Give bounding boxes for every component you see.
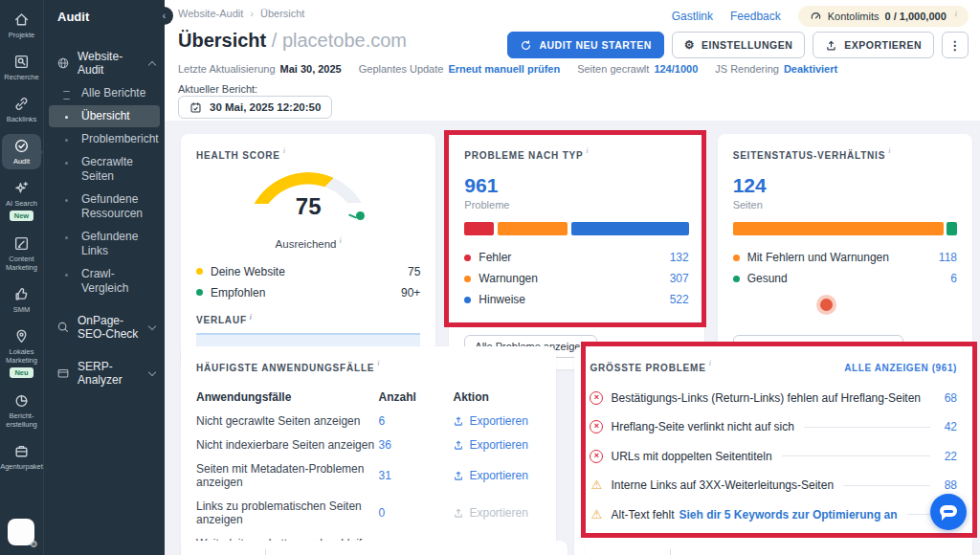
rail-item-content-marketing[interactable]: Content Marketing [2,232,41,276]
health-score-label: HEALTH SCORE [196,150,280,161]
warning-icon: ⚠ [590,508,603,522]
yellow-dot [196,268,203,275]
issue-count-link[interactable]: 88 [940,478,957,492]
scheduled-update-link[interactable]: Erneut manuell prüfen [448,63,560,75]
rail-item-audit[interactable]: Audit [2,134,41,169]
issue-count-link[interactable]: 42 [940,420,957,433]
use-cases-table: Anwendungsfälle Anzahl Aktion Nicht gecr… [196,385,541,555]
subnav-item-gefundene-links[interactable]: Gefundene Links [49,226,160,262]
export-link[interactable]: Exportieren [453,469,541,482]
subnav-item-gecrawlte-seiten[interactable]: Gecrawlte Seiten [49,151,160,188]
health-legend: Deine Website 75 Empfohlen 90+ [196,261,420,303]
rail-item-recherche[interactable]: Recherche [2,50,41,85]
map-pin-icon [13,328,30,344]
subnav-item-gefundene-ressourcen[interactable]: Gefundene Ressourcen [49,189,160,225]
export-link[interactable]: Exportieren [453,414,541,428]
healthy-count-link[interactable]: 6 [950,272,957,285]
subnav-group-onpage-seo-check[interactable]: OnPage-SEO-Check [44,309,165,346]
issue-link[interactable]: Interne Links auf 3XX-Weiterleitungs-Sei… [611,478,834,492]
subnav-group-serp-analyzer[interactable]: SERP-Analyzer [44,355,165,392]
healthy-pages-segment[interactable] [947,222,957,235]
issue-row: × URLs mit doppelten Seitentiteln 22 [590,450,957,463]
info-icon[interactable] [952,10,957,23]
main-nav-rail: Projekte Recherche Backlinks Audit AI Se… [0,0,43,555]
breadcrumb-uebersicht[interactable]: Übersicht [260,8,304,19]
export-link[interactable]: Exportieren [453,438,541,452]
count-link[interactable]: 36 [378,438,453,452]
rail-item-ai-search[interactable]: AI Search New [2,176,41,225]
error-icon: × [590,420,603,433]
count-link[interactable]: 0 [378,506,453,520]
subnav-item-alle-berichte[interactable]: Alle Berichte [49,82,160,104]
info-icon[interactable] [280,145,285,162]
subnav-item-crawl-vergleich[interactable]: Crawl-Vergleich [49,263,160,300]
rail-item-projekte[interactable]: Projekte [2,8,41,43]
pages-crawled-link[interactable]: 124/1000 [654,63,698,75]
keywords-optimization-link[interactable]: Sieh dir 5 Keywords zur Optimierung an [679,508,898,522]
restart-audit-button[interactable]: AUDIT NEU STARTEN [507,32,663,58]
rail-item-backlinks[interactable]: Backlinks [2,92,41,127]
issue-link[interactable]: Alt-Text fehlt [611,508,674,522]
refresh-icon [520,39,532,52]
count-link[interactable]: 31 [378,469,453,482]
rail-item-lokales-marketing[interactable]: Lokales Marketing Neu [2,324,41,382]
info-icon[interactable] [374,358,379,374]
issues-by-type-card: PROBLEME NACH TYP 961 Probleme Fehler 13… [449,134,703,369]
js-rendering-link[interactable]: Deaktiviert [784,63,837,75]
use-cases-card: HÄUFIGSTE ANWENDUNGSFÄLLE Anwendungsfäll… [181,346,556,555]
gear-icon: ⚙ [30,539,38,549]
info-icon[interactable] [584,145,589,162]
home-icon [13,11,30,28]
total-pages-value[interactable]: 124 [733,174,957,197]
rail-item-smm[interactable]: SMM [2,282,41,318]
more-actions-button[interactable]: ⋮ [942,32,969,58]
use-cases-label: HÄUFIGSTE ANWENDUNGSFÄLLE [196,363,374,373]
table-header-row: Anwendungsfälle Anzahl Aktion [196,385,541,409]
warnings-segment[interactable] [498,222,567,235]
upload-icon [453,415,464,427]
settings-button[interactable]: ⚙ EINSTELLUNGEN [672,32,805,58]
info-icon[interactable] [885,145,890,162]
show-all-issues-link[interactable]: ALLE ANZEIGEN (961) [844,363,957,373]
info-icon[interactable] [706,358,711,374]
subnav-group-website-audit[interactable]: Website-Audit [44,45,165,82]
toolbar: AUDIT NEU STARTEN ⚙ EINSTELLUNGEN EXPORT… [507,32,969,58]
user-avatar[interactable]: ⚙ [8,519,34,545]
collapse-sidebar-button[interactable]: ‹ [155,7,173,25]
current-report-label: Aktueller Bericht: [178,83,257,95]
issue-link[interactable]: Bestätigungs-Links (Return-Links) fehlen… [611,391,921,405]
total-issues-value[interactable]: 961 [464,174,688,197]
with-issues-count-link[interactable]: 118 [939,251,957,264]
last-update-value: Mai 30, 2025 [280,63,342,75]
gastlink-link[interactable]: Gastlink [672,10,713,23]
notices-count-link[interactable]: 522 [670,293,689,306]
info-icon[interactable] [337,238,342,250]
issue-count-link[interactable]: 22 [940,450,957,463]
chat-button[interactable] [930,494,967,530]
issue-count-link[interactable]: 68 [940,391,957,405]
subnav-item-uebersicht[interactable]: Übersicht [49,105,160,127]
legend-row-warnings: Warnungen 307 [464,268,688,289]
errors-count-link[interactable]: 132 [670,251,689,264]
export-button[interactable]: EXPORTIEREN [813,32,934,58]
top-issues-card: GRÖSSTE PROBLEME ALLE ANZEIGEN (961) × B… [574,346,972,555]
kontolimits-pill[interactable]: Kontolimits 0 / 1,000,000 [798,6,969,27]
legend-row-your-site: Deine Website 75 [196,261,420,282]
errors-segment[interactable] [464,222,494,235]
feedback-link[interactable]: Feedback [730,10,781,23]
report-date-picker[interactable]: 30 Mai, 2025 12:20:50 [178,96,332,119]
main-area: Website-Audit›Übersicht Gastlink Feedbac… [165,0,980,555]
breadcrumb-website-audit[interactable]: Website-Audit [178,8,243,19]
subnav-item-problembericht[interactable]: Problembericht [49,128,160,150]
info-icon[interactable] [247,315,253,325]
health-score-card: HEALTH SCORE 75 Ausreichend Deine Websit… [181,134,435,369]
issue-link[interactable]: Hreflang-Seite verlinkt nicht auf sich [611,420,793,433]
rail-item-agenturpaket[interactable]: Agenturpaket [2,439,41,475]
rail-item-berichterstellung[interactable]: Bericht- erstellung [2,388,41,433]
warnings-count-link[interactable]: 307 [670,272,689,285]
pages-with-issues-segment[interactable] [733,222,944,235]
notices-segment[interactable] [571,222,689,235]
audit-meta: Letzte AktualisierungMai 30, 2025 Geplan… [178,63,837,75]
count-link[interactable]: 6 [378,414,453,428]
issue-link[interactable]: URLs mit doppelten Seitentiteln [611,450,771,463]
